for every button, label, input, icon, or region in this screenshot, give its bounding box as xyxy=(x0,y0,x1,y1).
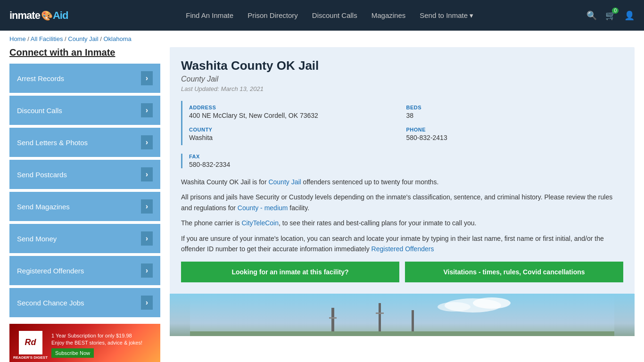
county-jail-link[interactable]: County Jail xyxy=(268,178,301,186)
arrow-icon-3: › xyxy=(141,167,153,181)
sidebar-btn-discount-calls[interactable]: Discount Calls › xyxy=(9,96,160,125)
sidebar-label-second-chance-jobs: Second Chance Jobs xyxy=(17,299,84,307)
svg-point-2 xyxy=(473,297,511,309)
phone-cell: PHONE 580-832-2413 xyxy=(406,123,624,145)
facility-card: Washita County OK Jail County Jail Last … xyxy=(170,47,635,294)
desc3: The phone carrier is CityTeleCoin, to se… xyxy=(181,218,623,228)
action-buttons: Looking for an inmate at this facility? … xyxy=(181,262,623,282)
fax-value: 580-832-2334 xyxy=(189,161,623,168)
ad-text: 1 Year Subscription for only $19.98 Enjo… xyxy=(51,332,142,358)
fax-label: FAX xyxy=(189,154,623,159)
county-label: COUNTY xyxy=(189,127,406,132)
sidebar-label-send-money: Send Money xyxy=(17,235,57,243)
county-value: Washita xyxy=(189,134,406,141)
nav-magazines[interactable]: Magazines xyxy=(372,11,406,20)
cart-badge: 0 xyxy=(612,8,619,14)
sidebar-ad: Rd READER'S DIGEST 1 Year Subscription f… xyxy=(9,324,160,362)
sidebar-label-arrest-records: Arrest Records xyxy=(17,74,64,82)
sidebar-btn-arrest-records[interactable]: Arrest Records › xyxy=(9,64,160,93)
sidebar-label-send-postcards: Send Postcards xyxy=(17,171,67,179)
content-area: Washita County OK Jail County Jail Last … xyxy=(170,47,635,362)
beds-label: BEDS xyxy=(406,105,624,110)
main-nav: Find An Inmate Prison Directory Discount… xyxy=(87,11,572,20)
ad-logo-full: READER'S DIGEST xyxy=(13,355,48,360)
breadcrumb-home[interactable]: Home xyxy=(9,35,26,42)
sidebar-label-send-letters: Send Letters & Photos xyxy=(17,139,88,147)
nav-send-to-inmate[interactable]: Send to Inmate ▾ xyxy=(420,11,473,20)
registered-offenders-link[interactable]: Registered Offenders xyxy=(372,245,434,253)
cart-icon[interactable]: 🛒 0 xyxy=(605,10,616,21)
sidebar-label-discount-calls: Discount Calls xyxy=(17,107,62,115)
nav-discount-calls[interactable]: Discount Calls xyxy=(312,11,357,20)
nav-find-inmate[interactable]: Find An Inmate xyxy=(186,11,233,20)
county-medium-link[interactable]: County - medium xyxy=(238,204,288,212)
desc4: If you are unsure of your inmate's locat… xyxy=(181,233,623,255)
arrow-icon-6: › xyxy=(141,263,153,278)
sidebar-label-send-magazines: Send Magazines xyxy=(17,203,70,211)
visitations-button[interactable]: Visitations - times, rules, Covid cancel… xyxy=(405,262,623,282)
address-cell: ADDRESS 400 NE McClary St, New Cordell, … xyxy=(189,101,406,123)
arrow-icon-5: › xyxy=(141,231,153,246)
sidebar: Connect with an Inmate Arrest Records › … xyxy=(9,47,160,362)
main-layout: Connect with an Inmate Arrest Records › … xyxy=(0,47,644,362)
address-value: 400 NE McClary St, New Cordell, OK 73632 xyxy=(189,112,406,119)
logo[interactable]: inmate 🎨 Aid xyxy=(9,9,68,22)
svg-point-3 xyxy=(438,302,471,312)
beds-value: 38 xyxy=(406,112,624,119)
sidebar-btn-send-letters[interactable]: Send Letters & Photos › xyxy=(9,128,160,157)
user-icon[interactable]: 👤 xyxy=(624,10,635,21)
ad-logo: Rd xyxy=(19,331,42,354)
address-label: ADDRESS xyxy=(189,105,406,110)
facility-info-grid: ADDRESS 400 NE McClary St, New Cordell, … xyxy=(181,101,623,145)
svg-rect-9 xyxy=(190,331,614,336)
county-cell: COUNTY Washita xyxy=(189,123,406,145)
header: inmate 🎨 Aid Find An Inmate Prison Direc… xyxy=(0,0,644,31)
phone-value: 580-832-2413 xyxy=(406,134,624,141)
logo-text: inmate xyxy=(9,9,40,22)
arrow-icon-7: › xyxy=(141,296,153,310)
facility-updated: Last Updated: March 13, 2021 xyxy=(181,85,623,92)
breadcrumb-all-facilities[interactable]: All Facilities xyxy=(31,35,63,42)
arrow-icon-0: › xyxy=(141,71,153,85)
facility-type: County Jail xyxy=(181,75,623,83)
ad-subscribe-button[interactable]: Subscribe Now xyxy=(51,348,94,358)
facility-image xyxy=(170,294,635,336)
svg-rect-5 xyxy=(329,317,337,319)
sidebar-btn-registered-offenders[interactable]: Registered Offenders › xyxy=(9,256,160,285)
citytelecoin-link[interactable]: CityTeleCoin xyxy=(241,219,279,227)
ad-line2: Enjoy the BEST stories, advice & jokes! xyxy=(51,339,142,346)
sidebar-btn-send-postcards[interactable]: Send Postcards › xyxy=(9,160,160,189)
svg-rect-7 xyxy=(376,313,384,314)
desc1: Washita County OK Jail is for County Jai… xyxy=(181,177,623,187)
fax-section: FAX 580-832-2334 xyxy=(181,154,623,168)
logo-aid: Aid xyxy=(53,9,68,22)
looking-for-inmate-button[interactable]: Looking for an inmate at this facility? xyxy=(181,262,399,282)
logo-icon: 🎨 xyxy=(41,10,53,21)
sidebar-btn-send-magazines[interactable]: Send Magazines › xyxy=(9,192,160,221)
sidebar-btn-second-chance-jobs[interactable]: Second Chance Jobs › xyxy=(9,288,160,317)
svg-rect-6 xyxy=(379,303,381,336)
ad-line1: 1 Year Subscription for only $19.98 xyxy=(51,332,142,339)
breadcrumb: Home / All Facilities / County Jail / Ok… xyxy=(0,31,644,47)
beds-cell: BEDS 38 xyxy=(406,101,624,123)
sidebar-btn-send-money[interactable]: Send Money › xyxy=(9,224,160,253)
breadcrumb-county-jail[interactable]: County Jail xyxy=(68,35,98,42)
phone-label: PHONE xyxy=(406,127,624,132)
sidebar-title: Connect with an Inmate xyxy=(9,47,160,58)
desc2: All prisons and jails have Security or C… xyxy=(181,192,623,213)
search-icon[interactable]: 🔍 xyxy=(586,10,597,21)
arrow-icon-1: › xyxy=(141,103,153,117)
arrow-icon-4: › xyxy=(141,199,153,214)
facility-name: Washita County OK Jail xyxy=(181,58,623,73)
facility-image-svg xyxy=(170,294,635,336)
svg-rect-0 xyxy=(190,294,614,336)
sidebar-label-registered-offenders: Registered Offenders xyxy=(17,267,84,275)
nav-prison-directory[interactable]: Prison Directory xyxy=(248,11,298,20)
arrow-icon-2: › xyxy=(141,135,153,149)
breadcrumb-oklahoma[interactable]: Oklahoma xyxy=(103,35,131,42)
header-icons: 🔍 🛒 0 👤 xyxy=(586,10,635,21)
